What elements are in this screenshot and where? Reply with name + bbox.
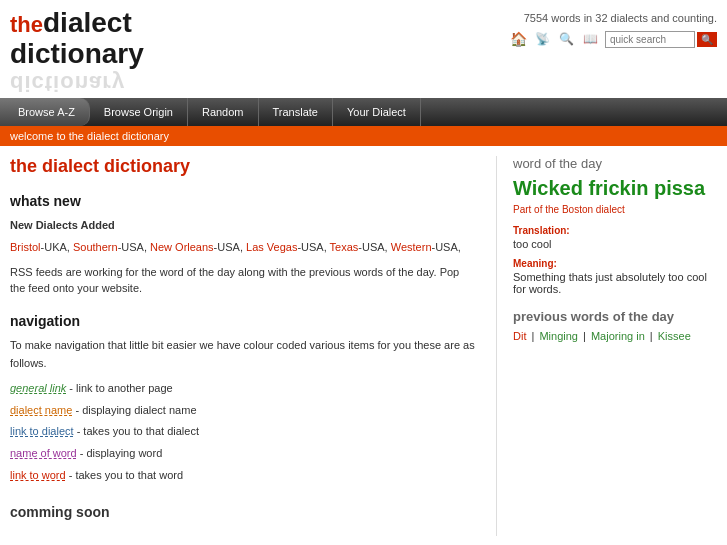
wotd-translation: too cool bbox=[513, 238, 717, 250]
dialect-name-example: dialect name bbox=[10, 404, 72, 416]
dialect-southern[interactable]: Southern bbox=[73, 241, 118, 253]
page-title: the dialect dictionary bbox=[10, 156, 476, 177]
dialect-links: Bristol-UKA, Southern-USA, New Orleans-U… bbox=[10, 238, 476, 258]
prev-word-majoring[interactable]: Majoring in bbox=[591, 330, 645, 342]
header: thedialect dictionary dictionary 7554 wo… bbox=[0, 0, 727, 94]
prev-word-dit[interactable]: Dit bbox=[513, 330, 526, 342]
nav-guide-link-word: link to word - takes you to that word bbox=[10, 467, 476, 485]
logo-second-line: dictionary bbox=[10, 39, 144, 70]
nav-bar: Browse A-Z Browse Origin Random Translat… bbox=[0, 98, 727, 126]
nav-intro: To make navigation that little bit easie… bbox=[10, 337, 476, 372]
dialect-western[interactable]: Western bbox=[391, 241, 432, 253]
prev-sep-2: | bbox=[583, 330, 589, 342]
prev-wotd-title: previous words of the day bbox=[513, 309, 717, 324]
dialect-new-orleans[interactable]: New Orleans bbox=[150, 241, 214, 253]
logo-main: thedialect bbox=[10, 8, 144, 39]
name-of-word-example: name of word bbox=[10, 447, 77, 459]
header-icons: 🔍 bbox=[509, 30, 717, 48]
wotd-word[interactable]: Wicked frickin pissa bbox=[513, 177, 717, 200]
nav-guide-word-name: name of word - displaying word bbox=[10, 445, 476, 463]
prev-word-minging[interactable]: Minging bbox=[539, 330, 578, 342]
wotd-translation-label: Translation: bbox=[513, 225, 717, 236]
nav-browse-origin[interactable]: Browse Origin bbox=[90, 98, 188, 126]
nav-your-dialect[interactable]: Your Dialect bbox=[333, 98, 421, 126]
logo-area: thedialect dictionary dictionary bbox=[10, 8, 144, 94]
prev-sep-1: | bbox=[532, 330, 538, 342]
nav-guide-link-dialect: link to dialect - takes you to that dial… bbox=[10, 423, 476, 441]
search-button[interactable]: 🔍 bbox=[697, 32, 717, 47]
prev-wotd-links: Dit | Minging | Majoring in | Kissee bbox=[513, 330, 717, 342]
prev-sep-3: | bbox=[650, 330, 656, 342]
nav-translate[interactable]: Translate bbox=[259, 98, 333, 126]
left-column: the dialect dictionary whats new New Dia… bbox=[10, 156, 497, 536]
prev-word-kissee[interactable]: Kissee bbox=[658, 330, 691, 342]
wotd-meaning: Something thats just absolutely too cool… bbox=[513, 271, 717, 295]
right-column: word of the day Wicked frickin pissa Par… bbox=[497, 156, 717, 536]
search-box: 🔍 bbox=[605, 31, 717, 48]
logo-mirror: dictionary bbox=[10, 72, 144, 94]
navigation-heading: navigation bbox=[10, 313, 476, 329]
logo-the: the bbox=[10, 12, 43, 37]
word-count: 7554 words in 32 dialects and counting. bbox=[524, 12, 717, 24]
search-icon[interactable] bbox=[557, 30, 575, 48]
link-to-dialect-example[interactable]: link to dialect bbox=[10, 425, 74, 437]
dialect-bristol[interactable]: Bristol bbox=[10, 241, 41, 253]
whats-new-heading: whats new bbox=[10, 193, 476, 209]
home-icon[interactable] bbox=[509, 30, 527, 48]
nav-guide-dialect-name: dialect name - displaying dialect name bbox=[10, 402, 476, 420]
logo-dialect: dialect bbox=[43, 7, 132, 38]
nav-browse-az[interactable]: Browse A-Z bbox=[0, 98, 90, 126]
rss-icon[interactable] bbox=[533, 30, 551, 48]
welcome-bar: welcome to the dialect dictionary bbox=[0, 126, 727, 146]
link-to-word-example[interactable]: link to word bbox=[10, 469, 66, 481]
header-right: 7554 words in 32 dialects and counting. … bbox=[509, 8, 717, 48]
general-link-example[interactable]: general link bbox=[10, 382, 66, 394]
book-icon[interactable] bbox=[581, 30, 599, 48]
wotd-title: word of the day bbox=[513, 156, 717, 171]
nav-random[interactable]: Random bbox=[188, 98, 259, 126]
search-input[interactable] bbox=[605, 31, 695, 48]
main-content: the dialect dictionary whats new New Dia… bbox=[0, 146, 727, 545]
whats-new-content: New Dialects Added Bristol-UKA, Southern… bbox=[10, 217, 476, 297]
navigation-content: To make navigation that little bit easie… bbox=[10, 337, 476, 484]
new-dialects-label: New Dialects Added bbox=[10, 217, 476, 235]
wotd-dialect: Part of the Boston dialect bbox=[513, 204, 717, 215]
dialect-las-vegas[interactable]: Las Vegas bbox=[246, 241, 297, 253]
rss-note: RSS feeds are working for the word of th… bbox=[10, 264, 476, 297]
dialect-texas[interactable]: Texas bbox=[330, 241, 359, 253]
nav-guide-general: general link - link to another page bbox=[10, 380, 476, 398]
comming-soon-heading: comming soon bbox=[10, 504, 476, 520]
wotd-meaning-label: Meaning: bbox=[513, 258, 717, 269]
